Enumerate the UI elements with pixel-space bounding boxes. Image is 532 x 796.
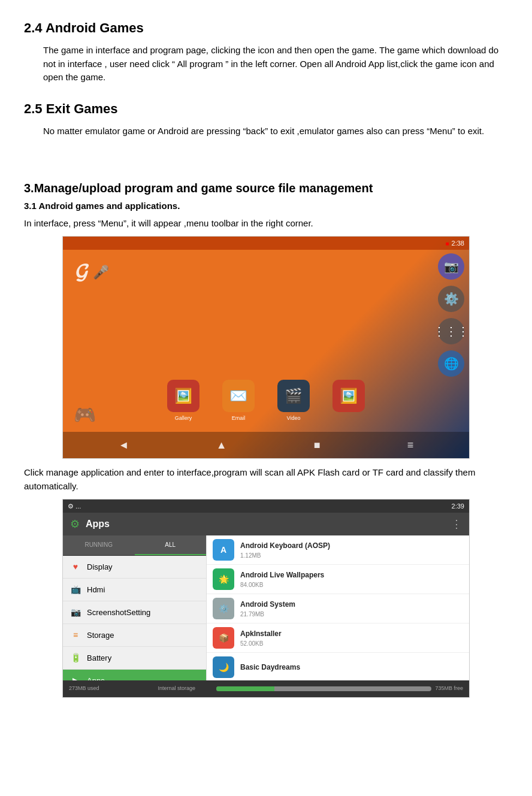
apps-header-gear-icon: ⚙	[70, 516, 80, 532]
storage-free-label: 735MB free	[435, 685, 463, 693]
apk-installer-info: ApkInstaller 52.00KB	[240, 628, 463, 648]
desc-31: Click manage application and enter to in…	[24, 466, 508, 493]
gamepad-icon: 🎮	[74, 401, 96, 428]
daydreams-icon: 🌙	[213, 656, 234, 678]
apps-icon: ▶	[70, 674, 81, 680]
heading-25: 2.5 Exit Games	[24, 99, 508, 119]
sidebar-item-apps-label: Apps	[87, 675, 105, 680]
android-system-icon: ⚙️	[213, 598, 234, 619]
home-btn[interactable]: ▲	[216, 437, 227, 453]
gallery-app[interactable]: 🖼️ Gallery	[163, 380, 204, 423]
apk-installer-size: 52.00KB	[240, 639, 463, 648]
apps-status-bar: ⚙ ... 2:39	[63, 500, 469, 513]
section-25: 2.5 Exit Games No matter emulator game o…	[24, 99, 508, 138]
apps-header-menu-icon[interactable]: ⋮	[451, 516, 462, 532]
sidebar-item-storage-label: Storage	[87, 629, 114, 641]
battery-indicator: ■	[446, 239, 449, 248]
sidebar-item-battery-label: Battery	[87, 652, 111, 664]
video-icon: 🎬	[277, 380, 310, 412]
photo-app[interactable]: 🖼️	[328, 380, 369, 423]
search-bar: 𝓖 🎤	[63, 250, 469, 294]
sidebar-item-display[interactable]: ♥ Display	[63, 556, 206, 579]
storage-used-label: 273MB used	[69, 685, 141, 693]
wallpaper-app-size: 84.00KB	[240, 580, 463, 589]
apps-status-time: 2:39	[452, 501, 464, 512]
camera-icon[interactable]: 📷	[438, 253, 464, 280]
list-item[interactable]: ⚙️ Android System 21.79MB	[207, 594, 469, 624]
section-3: 3.Manage/upload program and game source …	[24, 179, 508, 698]
heading-24: 2.4 Android Games	[24, 18, 508, 38]
daydreams-info: Basic Daydreams	[240, 662, 463, 673]
email-app[interactable]: ✉️ Email	[218, 380, 259, 423]
keyboard-app-size: 1.12MB	[240, 551, 463, 560]
mic-icon: 🎤	[93, 262, 109, 282]
android-system-size: 21.79MB	[240, 610, 463, 619]
sidebar-item-apps[interactable]: ▶ Apps	[63, 670, 206, 680]
home-status-bar: ■ 2:38	[63, 237, 469, 250]
app-icons-row: 🖼️ Gallery ✉️ Email 🎬 Video 🖼️	[163, 380, 369, 423]
back-btn[interactable]: ◄	[119, 437, 129, 453]
sidebar-item-hdmi[interactable]: 📺 Hdmi	[63, 579, 206, 601]
apk-installer-icon: 📦	[213, 627, 234, 649]
daydreams-name: Basic Daydreams	[240, 662, 463, 673]
gallery-label: Gallery	[175, 414, 192, 423]
tab-running[interactable]: RUNNING	[63, 535, 135, 555]
apps-header: ⚙ Apps ⋮	[63, 513, 469, 535]
sidebar-item-screenshot-label: ScreenshotSetting	[87, 607, 150, 619]
list-item[interactable]: 📦 ApkInstaller 52.00KB	[207, 624, 469, 653]
email-label: Email	[232, 414, 246, 423]
wallpaper-app-name: Android Live Wallpapers	[240, 570, 463, 580]
photo-icon: 🖼️	[332, 380, 365, 412]
storage-label: Internal storage	[141, 685, 213, 693]
nav-bar: ◄ ▲ ■ ≡	[63, 432, 469, 458]
list-item[interactable]: 🌙 Basic Daydreams	[207, 653, 469, 680]
right-icons: 📷 ⚙️ ⋮⋮⋮ 🌐	[438, 253, 464, 377]
list-item[interactable]: A Android Keyboard (AOSP) 1.12MB	[207, 535, 469, 565]
recent-btn[interactable]: ■	[314, 437, 321, 453]
android-system-info: Android System 21.79MB	[240, 599, 463, 619]
keyboard-app-name: Android Keyboard (AOSP)	[240, 540, 463, 551]
list-item[interactable]: 🌟 Android Live Wallpapers 84.00KB	[207, 565, 469, 594]
apps-status-icons: ⚙ ...	[68, 501, 81, 512]
video-app[interactable]: 🎬 Video	[273, 380, 314, 423]
apps-screen: ⚙ ... 2:39 ⚙ Apps ⋮ RUNNING AL	[63, 500, 469, 697]
apps-main-content: RUNNING ALL ♥ Display 📺 Hdmi	[63, 535, 469, 680]
wallpaper-app-icon: 🌟	[213, 568, 234, 590]
sidebar-item-battery[interactable]: 🔋 Battery	[63, 647, 206, 670]
home-screen: ■ 2:38 𝓖 🎤 📷 ⚙️ ⋮⋮⋮ 🌐	[63, 237, 469, 458]
storage-icon: ≡	[70, 629, 81, 641]
apps-bottom-bar: 273MB used Internal storage 735MB free	[63, 680, 469, 697]
status-time: 2:38	[452, 238, 464, 249]
sidebar-item-hdmi-label: Hdmi	[87, 584, 105, 596]
gallery-icon: 🖼️	[167, 380, 200, 412]
globe-icon[interactable]: 🌐	[438, 350, 464, 377]
section-24: 2.4 Android Games The game in interface …	[24, 18, 508, 84]
keyboard-app-icon: A	[213, 539, 234, 561]
sidebar-item-screenshot[interactable]: 📷 ScreenshotSetting	[63, 601, 206, 624]
apps-tabs: RUNNING ALL	[63, 535, 206, 556]
apps-sidebar: RUNNING ALL ♥ Display 📺 Hdmi	[63, 535, 207, 680]
settings-icon[interactable]: ⚙️	[438, 286, 464, 312]
apps-list: A Android Keyboard (AOSP) 1.12MB 🌟 Andro…	[207, 535, 469, 680]
grid-icon[interactable]: ⋮⋮⋮	[438, 318, 464, 344]
sidebar-item-display-label: Display	[87, 561, 113, 573]
sidebar-item-storage[interactable]: ≡ Storage	[63, 624, 206, 647]
display-icon: ♥	[70, 561, 81, 573]
apk-installer-name: ApkInstaller	[240, 628, 463, 639]
body-25: No matter emulator game or Android are p…	[43, 125, 508, 138]
apps-header-title: Apps	[86, 517, 110, 531]
google-g-icon: 𝓖	[75, 256, 87, 288]
battery-icon: 🔋	[70, 652, 81, 664]
intro-31: In interface, press “Menu”, it will appe…	[24, 217, 508, 231]
storage-bar-fill	[216, 686, 274, 691]
home-screen-screenshot: ■ 2:38 𝓖 🎤 📷 ⚙️ ⋮⋮⋮ 🌐	[62, 236, 470, 459]
storage-bar	[216, 686, 432, 691]
screenshot-icon: 📷	[70, 606, 81, 619]
hdmi-icon: 📺	[70, 583, 81, 596]
apps-screen-screenshot: ⚙ ... 2:39 ⚙ Apps ⋮ RUNNING AL	[62, 499, 470, 698]
android-system-name: Android System	[240, 599, 463, 610]
body-24: The game in interface and program page, …	[43, 44, 508, 84]
sub-heading-31: 3.1 Android games and applications.	[24, 199, 508, 213]
menu-btn[interactable]: ≡	[407, 437, 414, 453]
tab-all[interactable]: ALL	[135, 535, 207, 555]
